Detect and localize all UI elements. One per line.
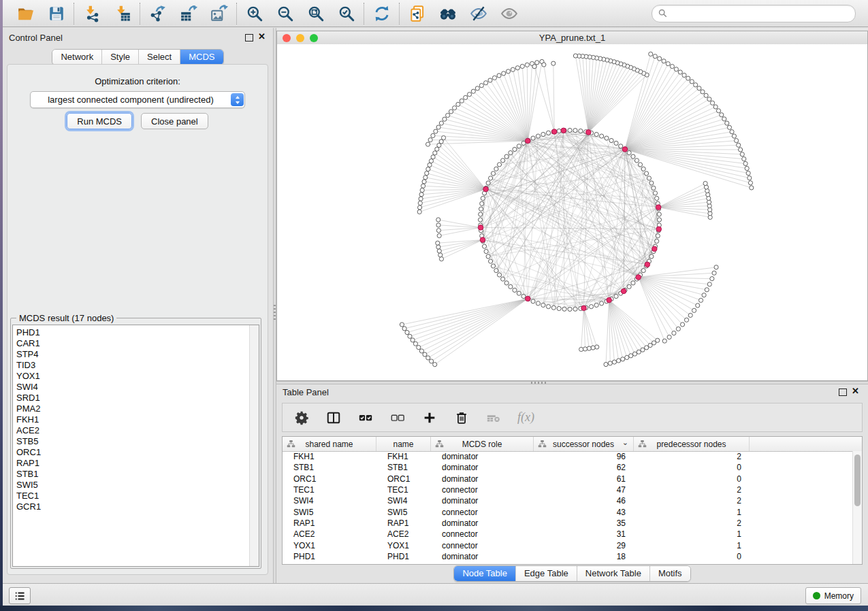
network-leaf-node[interactable] [649, 52, 653, 56]
network-node[interactable] [600, 134, 604, 138]
clone-network-icon[interactable] [408, 4, 426, 22]
network-leaf-node[interactable] [453, 106, 457, 110]
show-columns-icon[interactable] [325, 410, 342, 426]
network-leaf-node[interactable] [712, 271, 716, 275]
network-leaf-node[interactable] [419, 349, 423, 353]
network-node[interactable] [504, 281, 509, 285]
network-leaf-node[interactable] [438, 253, 443, 257]
close-panel-button[interactable]: Close panel [141, 113, 208, 129]
network-node[interactable] [491, 171, 495, 176]
network-leaf-node[interactable] [672, 331, 676, 335]
network-leaf-node[interactable] [637, 350, 641, 354]
mcds-scrollbar[interactable] [249, 325, 259, 566]
network-node[interactable] [657, 212, 661, 216]
unselect-all-columns-icon[interactable] [389, 410, 406, 426]
network-leaf-node[interactable] [632, 352, 637, 356]
network-node[interactable] [652, 186, 656, 190]
network-node[interactable] [634, 159, 639, 163]
mcds-dominator-node[interactable] [525, 296, 530, 301]
mcds-result-item[interactable]: GCR1 [16, 501, 249, 512]
mcds-result-item[interactable]: TID3 [16, 360, 249, 371]
network-leaf-node[interactable] [604, 363, 608, 367]
network-node[interactable] [482, 244, 486, 248]
network-leaf-node[interactable] [437, 233, 441, 237]
mcds-result-item[interactable]: STB5 [16, 436, 249, 447]
network-leaf-node[interactable] [405, 330, 409, 334]
network-leaf-node[interactable] [426, 167, 430, 171]
network-leaf-node[interactable] [730, 130, 734, 134]
tab-network[interactable]: Network [52, 50, 101, 65]
mcds-dominator-node[interactable] [561, 128, 566, 133]
network-node[interactable] [491, 264, 495, 268]
network-leaf-node[interactable] [625, 355, 629, 359]
search-box[interactable] [652, 5, 856, 22]
table-vertical-scrollbar[interactable] [852, 451, 862, 564]
column-header-predecessor-nodes[interactable]: predecessor nodes [634, 437, 750, 451]
tab-motifs[interactable]: Motifs [649, 566, 690, 581]
vertical-splitter-grip[interactable] [274, 305, 276, 320]
network-leaf-node[interactable] [725, 121, 729, 125]
mcds-result-item[interactable]: SWI5 [16, 480, 249, 491]
network-leaf-node[interactable] [703, 181, 707, 185]
network-leaf-node[interactable] [692, 308, 696, 312]
export-table-icon[interactable] [179, 4, 197, 22]
network-node[interactable] [653, 191, 657, 195]
network-leaf-node[interactable] [688, 313, 692, 317]
mcds-result-item[interactable]: SWI4 [16, 382, 249, 393]
network-leaf-node[interactable] [713, 105, 718, 109]
network-node[interactable] [513, 288, 517, 292]
network-leaf-node[interactable] [676, 327, 680, 331]
network-leaf-node[interactable] [488, 78, 492, 82]
network-node[interactable] [631, 281, 635, 285]
mcds-dominator-node[interactable] [621, 288, 626, 294]
network-leaf-node[interactable] [435, 147, 439, 151]
network-leaf-node[interactable] [535, 61, 539, 65]
network-node[interactable] [479, 212, 483, 216]
network-leaf-node[interactable] [436, 229, 440, 233]
network-leaf-node[interactable] [748, 181, 752, 185]
network-leaf-node[interactable] [662, 59, 666, 63]
table-row[interactable]: YOX1YOX1connector291 [283, 540, 853, 550]
network-leaf-node[interactable] [573, 54, 577, 58]
select-all-columns-icon[interactable] [357, 410, 374, 426]
network-leaf-node[interactable] [430, 359, 434, 363]
network-leaf-node[interactable] [422, 180, 426, 184]
network-leaf-node[interactable] [419, 193, 423, 197]
network-leaf-node[interactable] [436, 245, 440, 249]
horizontal-splitter-grip[interactable] [531, 382, 546, 384]
zoom-selected-icon[interactable] [337, 4, 355, 22]
network-leaf-node[interactable] [436, 125, 440, 129]
network-leaf-node[interactable] [520, 64, 524, 68]
network-node[interactable] [627, 150, 631, 154]
column-header-shared-name[interactable]: shared name [283, 437, 376, 451]
open-session-icon[interactable] [16, 4, 35, 22]
float-panel-icon[interactable] [245, 34, 253, 42]
column-header-successor-nodes[interactable]: successor nodes⌄ [534, 437, 634, 451]
network-leaf-node[interactable] [439, 257, 443, 261]
network-node[interactable] [631, 154, 635, 159]
network-leaf-node[interactable] [423, 176, 428, 180]
network-leaf-node[interactable] [418, 201, 422, 205]
network-leaf-node[interactable] [670, 64, 674, 68]
network-node[interactable] [562, 307, 566, 311]
network-node[interactable] [541, 303, 545, 307]
network-leaf-node[interactable] [682, 73, 686, 77]
network-leaf-node[interactable] [425, 142, 430, 146]
network-leaf-node[interactable] [423, 352, 427, 357]
network-leaf-node[interactable] [484, 81, 488, 85]
float-panel-icon[interactable] [839, 389, 847, 396]
table-row[interactable]: TEC1TEC1connector472 [283, 484, 853, 495]
network-leaf-node[interactable] [748, 176, 752, 180]
network-node[interactable] [641, 269, 645, 273]
network-leaf-node[interactable] [471, 89, 475, 93]
refresh-layout-icon[interactable] [372, 4, 391, 22]
network-leaf-node[interactable] [433, 151, 437, 155]
network-leaf-node[interactable] [697, 86, 701, 90]
network-node[interactable] [568, 307, 572, 311]
network-leaf-node[interactable] [727, 125, 731, 129]
table-settings-icon[interactable] [293, 410, 310, 426]
mcds-dominator-node[interactable] [656, 205, 661, 210]
network-leaf-node[interactable] [608, 361, 612, 365]
network-node[interactable] [594, 303, 598, 307]
table-row[interactable]: PHD1PHD1dominator180 [283, 551, 853, 562]
